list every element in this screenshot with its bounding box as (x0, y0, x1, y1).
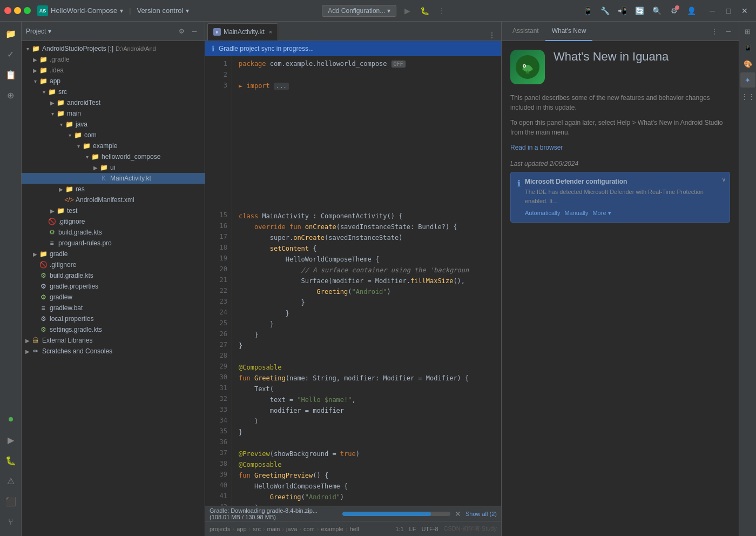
sidebar-icon-problems[interactable]: ⚠ (1, 471, 21, 491)
tree-item-local-properties[interactable]: ⚙ local.properties (22, 313, 205, 324)
add-configuration-button[interactable]: Add Configuration... ▾ (322, 5, 396, 17)
tree-item-res[interactable]: ▶ 📁 res (22, 184, 205, 195)
tab-close-button[interactable]: × (269, 29, 272, 35)
right-icon-device[interactable]: 📱 (740, 40, 755, 55)
project-dropdown-icon[interactable]: ▾ (120, 7, 123, 15)
sync-project-icon[interactable]: 🔄 (633, 4, 646, 17)
device-manager-icon[interactable]: 📱 (581, 4, 594, 17)
tree-item-src[interactable]: ▾ 📁 src (22, 86, 205, 97)
sidebar-icon-merge[interactable]: ⊕ (1, 85, 21, 105)
tree-item-external-libraries[interactable]: ▶ 🏛 External Libraries (22, 335, 205, 346)
tree-item-gradle-folder[interactable]: ▶ 📁 gradle (22, 249, 205, 259)
progress-cancel-button[interactable]: ✕ (455, 510, 461, 518)
code-content[interactable]: package com.example.helloworld_composeOF… (232, 56, 501, 506)
right-icon-compose[interactable]: 🎨 (740, 56, 755, 71)
tree-item-com[interactable]: ▾ 📁 com (22, 130, 205, 140)
right-panel-minimize-icon[interactable]: ─ (723, 25, 734, 37)
notif-manually-button[interactable]: Manually (564, 210, 588, 217)
tree-item-java[interactable]: ▾ 📁 java (22, 119, 205, 130)
breadcrumb-main[interactable]: main (267, 526, 280, 532)
settings-icon[interactable]: ⚙ (667, 4, 680, 17)
sidebar-icon-terminal[interactable]: ⬛ (1, 492, 21, 511)
vc-dropdown-icon[interactable]: ▾ (186, 7, 189, 15)
version-control-menu[interactable]: Version control (137, 6, 183, 15)
close-window-button[interactable] (4, 7, 11, 14)
tree-item-androidtest[interactable]: ▶ 📁 androidTest (22, 97, 205, 108)
tree-item-root[interactable]: ▾ 📁 AndroidStudioProjects [:] D:\Android… (22, 43, 205, 54)
right-icon-grid[interactable]: ⋮⋮ (740, 89, 755, 104)
tree-item-gradlew-bat[interactable]: ≡ gradlew.bat (22, 303, 205, 313)
sidebar-icon-resource[interactable]: 📋 (1, 65, 21, 84)
restore-button[interactable]: □ (721, 4, 735, 18)
project-title-dropdown[interactable]: ▾ (48, 28, 51, 35)
tree-item-settings-gradle[interactable]: ⚙ settings.gradle.kts (22, 324, 205, 335)
account-icon[interactable]: 👤 (685, 4, 698, 17)
tree-label-root: AndroidStudioProjects [:] (42, 45, 113, 52)
sidebar-icon-project[interactable]: 📁 (1, 24, 21, 43)
tree-item-gitignore-app[interactable]: 🚫 .gitignore (22, 216, 205, 227)
notif-close-button[interactable]: ∨ (721, 176, 726, 183)
sidebar-icon-debug[interactable]: 🐛 (1, 451, 21, 470)
folder-icon-main: 📁 (56, 109, 65, 118)
tree-item-buildgradle-root[interactable]: ⚙ build.gradle.kts (22, 270, 205, 281)
tree-item-idea[interactable]: ▶ 📁 .idea (22, 65, 205, 76)
breadcrumb-projects[interactable]: projects (210, 526, 231, 532)
right-icon-assistant[interactable]: ✦ (740, 72, 755, 88)
maximize-window-button[interactable] (24, 7, 31, 14)
right-icon-layout[interactable]: ⊞ (740, 24, 755, 39)
read-in-browser-link[interactable]: Read in a browser (510, 137, 730, 151)
editor-right-container: K MainActivity.kt × ⋮ ℹ Gradle project s… (205, 22, 501, 536)
right-panel-more-icon[interactable]: ⋮ (708, 25, 720, 37)
tree-item-main[interactable]: ▾ 📁 main (22, 108, 205, 119)
breadcrumb-hell[interactable]: hell (350, 526, 359, 532)
panel-settings-icon[interactable]: ⚙ (176, 25, 187, 37)
close-button[interactable]: ✕ (738, 4, 752, 18)
tree-item-app[interactable]: ▾ 📁 app (22, 76, 205, 86)
read-link[interactable]: Read in a browser (510, 144, 563, 151)
run-button[interactable]: ▶ (401, 4, 414, 17)
tree-item-manifest[interactable]: </> AndroidManifest.xml (22, 195, 205, 205)
breadcrumb-java[interactable]: java (286, 526, 297, 532)
more-run-options[interactable]: ⋮ (435, 4, 448, 17)
tab-mainactivity[interactable]: K MainActivity.kt × (207, 23, 278, 41)
notif-automatically-button[interactable]: Automatically (525, 210, 560, 217)
tree-item-mainactivity[interactable]: K MainActivity.kt (22, 173, 205, 184)
avd-manager-icon[interactable]: 📲 (616, 4, 629, 17)
project-name[interactable]: HelloWorld-Compose (51, 6, 117, 15)
tree-item-gradle-properties[interactable]: ⚙ gradle.properties (22, 281, 205, 292)
breadcrumb-src[interactable]: src (253, 526, 261, 532)
tree-item-gitignore-root[interactable]: 🚫 .gitignore (22, 259, 205, 270)
breadcrumb-app[interactable]: app (237, 526, 246, 532)
sdk-manager-icon[interactable]: 🔧 (598, 4, 611, 17)
panel-minimize-icon[interactable]: ─ (188, 25, 200, 37)
tree-item-test[interactable]: ▶ 📁 test (22, 205, 205, 216)
breadcrumb-com[interactable]: com (303, 526, 315, 532)
show-all-button[interactable]: Show all (2) (465, 511, 497, 517)
tab-whats-new[interactable]: What's New (545, 22, 593, 41)
minimize-button[interactable]: ─ (705, 4, 719, 18)
code-editor[interactable]: 123 1516171819 2021222324 2526272829 303… (205, 56, 501, 506)
encoding[interactable]: UTF-8 (421, 526, 438, 532)
tree-item-scratches[interactable]: ▶ ✏ Scratches and Consoles (22, 346, 205, 357)
tab-menu-button[interactable]: ⋮ (486, 30, 498, 41)
debug-button[interactable]: 🐛 (418, 4, 431, 17)
sidebar-icon-git-bottom[interactable]: ⑂ (1, 512, 21, 532)
breadcrumb-example[interactable]: example (321, 526, 343, 532)
tree-item-helloworld[interactable]: ▾ 📁 helloworld_compose (22, 151, 205, 162)
tab-assistant[interactable]: Assistant (506, 22, 545, 41)
tree-item-example[interactable]: ▾ 📁 example (22, 140, 205, 151)
line-ending[interactable]: LF (409, 526, 416, 532)
sidebar-icon-git[interactable] (1, 410, 21, 429)
tree-item-gradle[interactable]: ▶ 📁 .gradle (22, 54, 205, 65)
minimize-window-button[interactable] (14, 7, 21, 14)
tree-item-gradlew[interactable]: ⚙ gradlew (22, 292, 205, 303)
tree-item-proguard[interactable]: ≡ proguard-rules.pro (22, 238, 205, 249)
sidebar-icon-run[interactable]: ▶ (1, 430, 21, 450)
project-panel-title[interactable]: Project ▾ (26, 28, 51, 35)
tree-item-ui[interactable]: ▶ 📁 ui (22, 162, 205, 173)
sidebar-icon-commit[interactable]: ✓ (1, 44, 21, 64)
tree-item-buildgradle-app[interactable]: ⚙ build.gradle.kts (22, 227, 205, 238)
search-button[interactable]: 🔍 (650, 4, 663, 17)
project-tree[interactable]: ▾ 📁 AndroidStudioProjects [:] D:\Android… (22, 41, 205, 536)
notif-more-button[interactable]: More ▾ (592, 210, 611, 217)
